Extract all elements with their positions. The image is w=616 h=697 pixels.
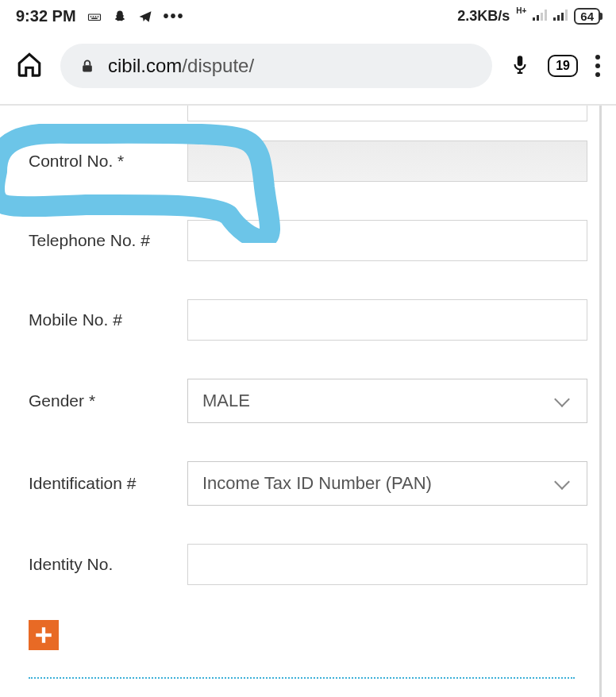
status-bar: 9:32 PM ••• 2.3KB/s H+ 64: [0, 0, 616, 33]
tab-count-button[interactable]: 19: [548, 55, 578, 77]
voice-search-button[interactable]: [510, 52, 530, 80]
telegram-icon: [138, 10, 152, 24]
gender-label: Gender *: [29, 391, 187, 410]
control-no-label: Control No. *: [29, 152, 187, 171]
mobile-input[interactable]: [187, 299, 587, 341]
svg-rect-3: [94, 16, 96, 17]
data-rate: 2.3KB/s: [457, 8, 510, 25]
identity-no-label: Identity No.: [29, 555, 187, 574]
svg-rect-10: [553, 17, 556, 21]
page-border: [599, 106, 602, 697]
mobile-row: Mobile No. #: [29, 280, 587, 360]
control-no-row: Control No. *: [29, 121, 587, 201]
gender-select[interactable]: MALE: [187, 379, 587, 423]
svg-rect-13: [565, 10, 568, 21]
svg-rect-14: [83, 65, 92, 71]
telephone-input[interactable]: [187, 220, 587, 261]
partial-field-above[interactable]: [187, 106, 587, 121]
svg-rect-9: [545, 10, 547, 21]
svg-rect-2: [92, 16, 94, 17]
status-left: 9:32 PM •••: [16, 7, 185, 25]
lock-icon: [79, 57, 95, 75]
telephone-row: Telephone No. #: [29, 201, 587, 280]
identity-no-row: Identity No.: [29, 525, 587, 604]
svg-rect-7: [537, 15, 539, 21]
gender-row: Gender * MALE: [29, 360, 587, 442]
signal-icon-2: [553, 8, 568, 25]
battery-indicator: 64: [574, 8, 600, 25]
section-divider: [29, 677, 575, 679]
identification-select[interactable]: Income Tax ID Number (PAN): [187, 461, 587, 506]
identity-no-input[interactable]: [187, 544, 587, 585]
status-right: 2.3KB/s H+ 64: [457, 6, 600, 26]
svg-rect-11: [557, 15, 560, 21]
gender-value: MALE: [202, 391, 250, 411]
identification-value: Income Tax ID Number (PAN): [202, 473, 432, 494]
more-notifications-icon: •••: [164, 7, 185, 25]
svg-rect-5: [91, 17, 98, 19]
snapchat-icon: [113, 10, 127, 24]
mobile-label: Mobile No. #: [29, 310, 187, 329]
svg-rect-17: [36, 633, 52, 637]
chevron-down-icon: [554, 391, 570, 407]
svg-rect-8: [541, 13, 543, 21]
browser-toolbar: cibil.com/dispute/ 19: [0, 33, 616, 104]
svg-rect-12: [561, 13, 564, 21]
address-bar[interactable]: cibil.com/dispute/: [60, 44, 492, 88]
svg-rect-15: [518, 56, 523, 66]
chevron-down-icon: [554, 474, 570, 490]
plus-icon: [33, 625, 54, 645]
add-button[interactable]: [29, 620, 59, 650]
home-button[interactable]: [16, 51, 43, 81]
clock-time: 9:32 PM: [16, 7, 76, 25]
signal-icon-1: [533, 8, 547, 25]
identification-label: Identification #: [29, 474, 187, 493]
svg-rect-4: [97, 16, 98, 17]
svg-rect-6: [533, 17, 535, 21]
telephone-label: Telephone No. #: [29, 231, 187, 250]
svg-rect-1: [90, 16, 91, 17]
page-content: Control No. * Telephone No. # Mobile No.…: [0, 106, 616, 697]
identification-row: Identification # Income Tax ID Number (P…: [29, 442, 587, 525]
control-no-input[interactable]: [187, 141, 587, 182]
overflow-menu-button[interactable]: [595, 55, 600, 77]
keyboard-icon: [87, 10, 102, 24]
network-type: H+: [516, 6, 526, 15]
url-text: cibil.com/dispute/: [108, 55, 254, 77]
